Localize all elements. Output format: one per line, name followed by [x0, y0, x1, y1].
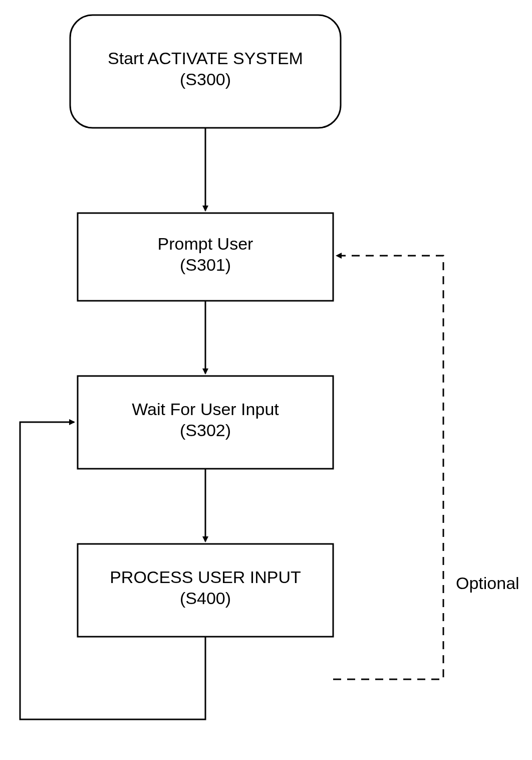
node-wait-line1: Wait For User Input — [132, 400, 279, 419]
node-start: Start ACTIVATE SYSTEM (S300) — [70, 15, 341, 128]
label-optional: Optional — [456, 574, 519, 593]
node-wait-line2: (S302) — [180, 421, 231, 440]
node-process-line1: PROCESS USER INPUT — [110, 567, 301, 587]
node-start-line2: (S300) — [180, 70, 231, 89]
node-prompt-line2: (S301) — [180, 255, 231, 274]
node-start-line1: Start ACTIVATE SYSTEM — [108, 49, 303, 68]
node-process: PROCESS USER INPUT (S400) — [78, 544, 333, 637]
node-prompt-line1: Prompt User — [158, 234, 253, 253]
node-wait: Wait For User Input (S302) — [78, 376, 333, 469]
node-prompt: Prompt User (S301) — [78, 213, 333, 301]
node-process-line2: (S400) — [180, 589, 231, 608]
arrow-process-to-prompt-optional — [333, 256, 443, 679]
flowchart-diagram: Start ACTIVATE SYSTEM (S300) Prompt User… — [0, 0, 532, 760]
